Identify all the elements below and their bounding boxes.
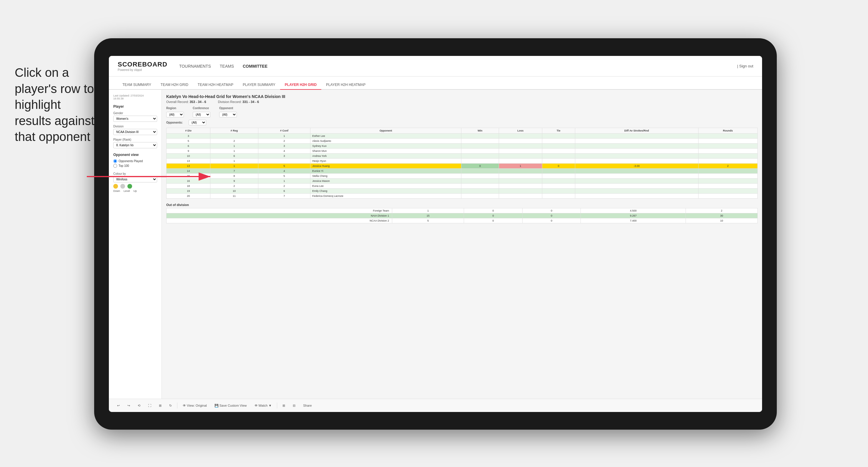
cell-loss (499, 184, 542, 189)
undo-button[interactable]: ↩ (115, 403, 122, 409)
radio-top100[interactable]: Top 100 (113, 164, 157, 168)
tab-player-h2h-grid[interactable]: PLAYER H2H GRID (280, 80, 321, 90)
gender-select[interactable]: Women's (113, 116, 157, 122)
colour-label: Colour by (113, 172, 157, 176)
cell-win (461, 138, 499, 144)
ood-table: Foreign Team 1 0 0 4.500 2 NAIA Division… (166, 208, 758, 223)
colour-select[interactable]: Win/loss (113, 176, 157, 182)
colour-dot-up (127, 184, 132, 189)
tab-team-summary[interactable]: TEAM SUMMARY (118, 80, 156, 90)
nav-committee[interactable]: COMMITTEE (243, 62, 268, 70)
cell-div: 18 (166, 184, 210, 189)
cell-rounds (698, 179, 757, 184)
cell-tie (542, 179, 575, 184)
cell-opponent: Alexis Sudjianto (310, 138, 461, 144)
division-select[interactable]: NCAA Division III (113, 129, 157, 135)
conference-filter-select[interactable]: (All) (193, 112, 210, 117)
cell-diff (575, 184, 698, 189)
cell-diff (575, 138, 698, 144)
tab-team-h2h-heatmap[interactable]: TEAM H2H HEATMAP (193, 80, 238, 90)
cell-loss (499, 194, 542, 199)
opponents-select[interactable]: (All) (189, 120, 206, 125)
cell-div: 15 (166, 174, 210, 179)
table-row[interactable]: 10 6 3 Andrea York (166, 154, 758, 159)
ood-row[interactable]: NAIA Division 1 15 0 0 9.267 30 (166, 213, 758, 218)
cell-rounds (698, 154, 757, 159)
cell-conf: 4 (258, 149, 310, 154)
cell-div: 5 (166, 138, 210, 144)
cell-div: 14 (166, 168, 210, 174)
layout-button[interactable]: ⛶ (146, 403, 154, 408)
share-button[interactable]: Share (301, 403, 314, 408)
region-filter-select[interactable]: (All) (166, 112, 184, 117)
view-original-button[interactable]: 👁 View: Original (180, 403, 209, 408)
ood-rounds: 30 (686, 213, 758, 218)
save-custom-view-button[interactable]: 💾 Save Custom View (212, 403, 249, 409)
ood-diff: 9.267 (581, 213, 686, 218)
tab-team-h2h-grid[interactable]: TEAM H2H GRID (156, 80, 193, 90)
redo-button[interactable]: ↪ (125, 403, 132, 409)
nav-tournaments[interactable]: TOURNAMENTS (179, 62, 211, 70)
table-row[interactable]: 19 10 6 Emily Chang (166, 189, 758, 194)
cell-opponent: Federica Domecq Lacroze (310, 194, 461, 199)
radio-opponents-played[interactable]: Opponents Played (113, 159, 157, 163)
ood-col2: 0 (464, 208, 523, 213)
watch-button[interactable]: 👁 Watch ▼ (252, 403, 274, 408)
colour-dot-down (113, 184, 118, 189)
cell-tie (542, 159, 575, 164)
table-row[interactable]: 5 2 2 Alexis Sudjianto (166, 138, 758, 144)
table-row[interactable]: 3 1 Esther Lee (166, 133, 758, 138)
table-row[interactable]: 15 8 5 Stella Cheng (166, 174, 758, 179)
cell-tie (542, 133, 575, 138)
cell-tie (542, 138, 575, 144)
cell-div: 10 (166, 154, 210, 159)
nav-teams[interactable]: TEAMS (220, 62, 234, 70)
table-row[interactable]: 13 1 Heejo Hyun (166, 159, 758, 164)
grid-header: Katelyn Vo Head-to-Head Grid for Women's… (166, 94, 758, 103)
region-filter-title: Region (166, 106, 184, 110)
grid-title: Katelyn Vo Head-to-Head Grid for Women's… (166, 94, 758, 99)
cell-conf: 6 (258, 189, 310, 194)
cell-div: 6 (166, 144, 210, 149)
ood-col3: 0 (522, 208, 581, 213)
cell-loss (499, 144, 542, 149)
cell-reg: 9 (210, 179, 258, 184)
opponents-filter-row: Opponents: (All) (166, 120, 758, 125)
table-row[interactable]: 16 9 1 Jessica Mason (166, 179, 758, 184)
ood-rounds: 10 (686, 218, 758, 223)
selected-player-row[interactable]: 13 1 5 Jessica Huang 0 1 0 -3.00 2 (166, 164, 758, 168)
table-row[interactable]: 20 11 7 Federica Domecq Lacroze (166, 194, 758, 199)
cell-diff (575, 154, 698, 159)
cell-win (461, 168, 499, 174)
cell-diff (575, 189, 698, 194)
cell-div: 13 (166, 159, 210, 164)
cell-loss (499, 149, 542, 154)
sign-out-button[interactable]: | Sign out (737, 64, 753, 68)
table-row[interactable]: 18 2 2 Euna Lee (166, 184, 758, 189)
nav-links: TOURNAMENTS TEAMS COMMITTEE (179, 62, 737, 70)
ood-row[interactable]: NCAA Division 2 5 0 0 7.400 10 (166, 218, 758, 223)
ood-row[interactable]: Foreign Team 1 0 0 4.500 2 (166, 208, 758, 213)
cell-loss (499, 189, 542, 194)
cell-loss (499, 179, 542, 184)
cell-conf: 2 (258, 184, 310, 189)
tab-player-h2h-heatmap[interactable]: PLAYER H2H HEATMAP (321, 80, 370, 90)
cell-win (461, 154, 499, 159)
table-row[interactable]: 6 1 3 Sydney Kuo (166, 144, 758, 149)
table-row[interactable]: 9 1 4 Sharon Mun (166, 149, 758, 154)
zoom-out-button[interactable]: ⊟ (290, 403, 298, 409)
colour-label-down: Down (113, 189, 120, 192)
col-header-diff: Diff Av Strokes/Rnd (575, 128, 698, 133)
main-content: Last Updated: 27/03/2024 16:55:38 Player… (109, 90, 762, 399)
settings-button[interactable]: ⊞ (157, 403, 164, 409)
refresh-button[interactable]: ⟲ (135, 403, 143, 409)
opponent-filter-select[interactable]: (All) (219, 112, 237, 117)
player-select[interactable]: 8. Katelyn Vo (113, 142, 157, 148)
table-row[interactable]: 14 7 4 Eunice Yi (166, 168, 758, 174)
cell-diff (575, 174, 698, 179)
tab-player-summary[interactable]: PLAYER SUMMARY (238, 80, 280, 90)
col-header-loss: Loss (499, 128, 542, 133)
table-header-row: # Div # Reg # Conf Opponent Win Loss Tie… (166, 128, 758, 133)
zoom-in-button[interactable]: ⊞ (280, 403, 287, 409)
history-button[interactable]: ↻ (167, 403, 174, 409)
